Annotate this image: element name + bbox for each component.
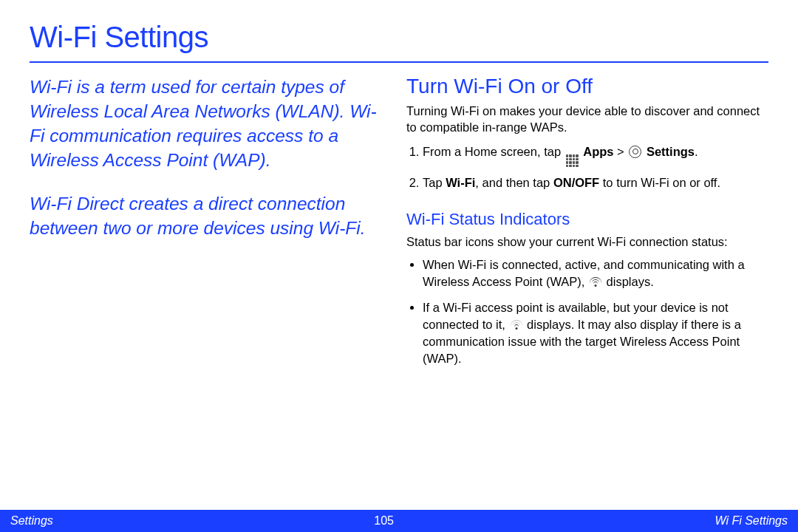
step-2: Tap Wi-Fi, and then tap ON/OFF to turn W… [423, 174, 768, 191]
step2-wifi: Wi-Fi [446, 176, 475, 189]
step2-post: to turn Wi-Fi on or off. [599, 176, 720, 189]
bullet1-post: displays. [603, 275, 654, 288]
step2-pre: Tap [423, 176, 446, 189]
footer-right: Wi Fi Settings [715, 514, 788, 528]
title-rule [30, 61, 768, 63]
step2-onoff: ON/OFF [553, 176, 599, 189]
steps-list: From a Home screen, tap Apps > Settings.… [406, 143, 768, 191]
settings-gear-icon [629, 146, 641, 158]
right-column: Turn Wi-Fi On or Off Turning Wi-Fi on ma… [406, 75, 768, 376]
step1-post: . [695, 145, 698, 158]
section1-body: Turning Wi-Fi on makes your device able … [406, 103, 768, 136]
wifi-connected-icon [590, 277, 601, 287]
section-heading-status-indicators: Wi-Fi Status Indicators [406, 210, 768, 229]
page-title: Wi-Fi Settings [30, 21, 768, 54]
step1-text-pre: From a Home screen, tap [423, 145, 565, 158]
intro-paragraph-1: Wi-Fi is a term used for certain types o… [30, 75, 384, 172]
bullet-1: When Wi-Fi is connected, active, and com… [423, 256, 768, 290]
step-1: From a Home screen, tap Apps > Settings. [423, 143, 768, 168]
step1-apps-label: Apps [583, 145, 613, 158]
page-footer: Settings 105 Wi Fi Settings [0, 510, 798, 532]
footer-page-number: 105 [374, 514, 394, 528]
step1-gt: > [614, 145, 628, 158]
bullet1-pre: When Wi-Fi is connected, active, and com… [423, 258, 745, 288]
bullets-list: When Wi-Fi is connected, active, and com… [406, 256, 768, 368]
section-heading-turn-wifi: Turn Wi-Fi On or Off [406, 75, 768, 98]
wifi-available-icon [511, 320, 522, 330]
apps-grid-icon [566, 154, 579, 167]
intro-block: Wi-Fi is a term used for certain types o… [30, 75, 384, 240]
step2-mid: , and then tap [475, 176, 553, 189]
intro-paragraph-2: Wi-Fi Direct creates a direct connection… [30, 191, 384, 240]
section2-body: Status bar icons show your current Wi-Fi… [406, 233, 768, 250]
document-page: Wi-Fi Settings Wi-Fi is a term used for … [0, 0, 798, 532]
left-column: Wi-Fi is a term used for certain types o… [30, 75, 384, 376]
content-columns: Wi-Fi is a term used for certain types o… [30, 75, 768, 376]
bullet-2: If a Wi-Fi access point is available, bu… [423, 299, 768, 367]
footer-left: Settings [10, 514, 53, 528]
step1-settings-label: Settings [647, 145, 695, 158]
